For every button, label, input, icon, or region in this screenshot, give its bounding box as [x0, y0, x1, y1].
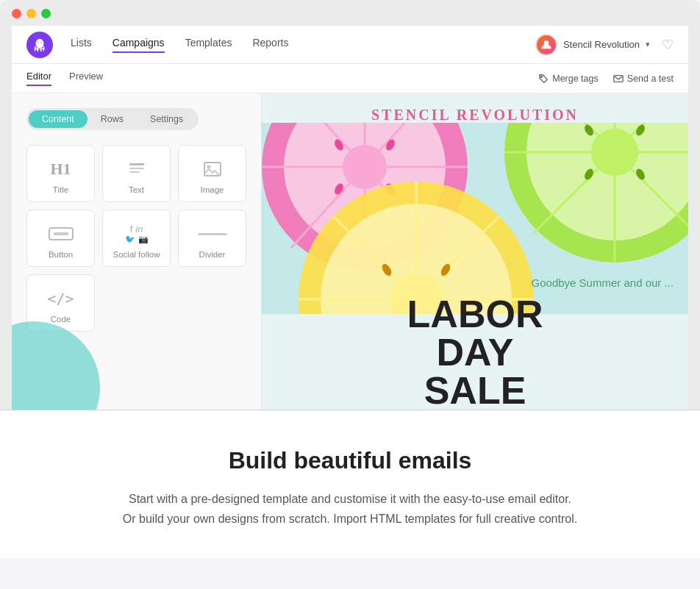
account-dropdown-icon[interactable]: ▾ [646, 40, 650, 49]
svg-point-4 [541, 76, 543, 77]
browser-chrome: Lists Campaigns Templates Reports Stenci… [0, 0, 700, 410]
sidebar-panel: Content Rows Settings H1 Title [12, 93, 262, 410]
svg-rect-5 [614, 75, 623, 82]
block-title[interactable]: H1 Title [26, 145, 95, 202]
bottom-section: Build beautiful emails Start with a pre-… [0, 410, 700, 558]
divider-icon [198, 222, 227, 246]
nav-lists[interactable]: Lists [71, 37, 92, 53]
nav-templates[interactable]: Templates [185, 37, 232, 53]
main-editor-area: Content Rows Settings H1 Title [12, 93, 688, 410]
svg-rect-12 [54, 232, 68, 235]
nav-links: Lists Campaigns Templates Reports [71, 37, 535, 53]
tab-rows[interactable]: Rows [88, 110, 137, 128]
goodbye-text: Goodbye Summer and our ... [276, 276, 674, 289]
block-social-follow-label: Social follow [113, 250, 160, 259]
code-icon: </> [47, 287, 74, 310]
brand-logo[interactable] [26, 32, 53, 58]
svg-point-1 [38, 42, 39, 43]
email-preview-area: STENCIL REVOLUTION [262, 93, 688, 410]
favorite-icon[interactable]: ♡ [662, 37, 674, 53]
sub-nav-right: Merge tags Send a test [538, 74, 674, 84]
tab-preview[interactable]: Preview [69, 71, 103, 86]
email-brand-name: STENCIL REVOLUTION [371, 107, 579, 123]
sale-content: Goodbye Summer and our ... LABOR DAY SAL… [262, 269, 688, 410]
svg-point-2 [40, 42, 42, 43]
sale-line-2: DAY [276, 333, 674, 371]
block-image[interactable]: Image [178, 145, 246, 202]
svg-rect-6 [129, 163, 144, 165]
svg-point-0 [36, 38, 44, 48]
tab-settings[interactable]: Settings [137, 110, 196, 128]
account-avatar [535, 34, 557, 56]
maximize-dot[interactable] [41, 9, 51, 18]
svg-point-30 [591, 129, 638, 176]
octopus-icon [32, 37, 48, 53]
sale-line-3: SALE [276, 371, 674, 410]
send-test-action[interactable]: Send a test [613, 74, 674, 84]
text-icon [126, 157, 147, 181]
block-text[interactable]: Text [102, 145, 171, 202]
block-code-label: Code [51, 315, 71, 324]
merge-tags-action[interactable]: Merge tags [538, 74, 599, 84]
block-title-label: Title [53, 185, 68, 194]
content-tab-group: Content Rows Settings [26, 108, 199, 130]
close-dot[interactable] [12, 9, 21, 18]
nav-reports[interactable]: Reports [252, 37, 288, 53]
button-icon [48, 222, 74, 246]
email-brand-header: STENCIL REVOLUTION [262, 93, 688, 131]
bottom-title: Build beautiful emails [44, 447, 656, 474]
sale-line-1: LABOR [276, 295, 674, 333]
svg-rect-7 [129, 168, 144, 169]
nav-right: Stencil Revolution ▾ ♡ [535, 34, 674, 56]
block-text-label: Text [129, 185, 144, 194]
nav-campaigns[interactable]: Campaigns [113, 37, 165, 53]
image-icon [202, 157, 223, 181]
block-button-label: Button [49, 250, 73, 259]
content-blocks-grid: H1 Title Text [26, 145, 246, 332]
tab-content[interactable]: Content [29, 110, 88, 128]
account-name: Stencil Revolution [563, 39, 640, 50]
browser-dots [12, 9, 688, 18]
svg-point-19 [343, 145, 387, 189]
avatar-inner-icon [540, 39, 552, 51]
labor-day-sale-text: LABOR DAY SALE [276, 295, 674, 410]
block-divider[interactable]: Divider [178, 210, 246, 267]
block-image-label: Image [201, 185, 224, 194]
h1-icon: H1 [50, 157, 71, 181]
teal-circle-decoration [12, 321, 100, 410]
social-icon: f in 🐦 📷 [124, 222, 149, 246]
tag-icon [538, 74, 549, 84]
svg-rect-8 [129, 171, 140, 173]
tab-editor[interactable]: Editor [26, 71, 51, 86]
bottom-description: Start with a pre-designed template and c… [122, 489, 578, 529]
account-badge[interactable]: Stencil Revolution ▾ [535, 34, 650, 56]
envelope-icon [613, 74, 624, 84]
block-divider-label: Divider [199, 250, 226, 259]
minimize-dot[interactable] [26, 9, 36, 18]
app-navbar: Lists Campaigns Templates Reports Stenci… [12, 26, 688, 64]
block-button[interactable]: Button [26, 210, 95, 267]
block-social-follow[interactable]: f in 🐦 📷 Social follow [102, 210, 171, 267]
sub-navbar: Editor Preview Merge tags Send a test [12, 64, 688, 93]
